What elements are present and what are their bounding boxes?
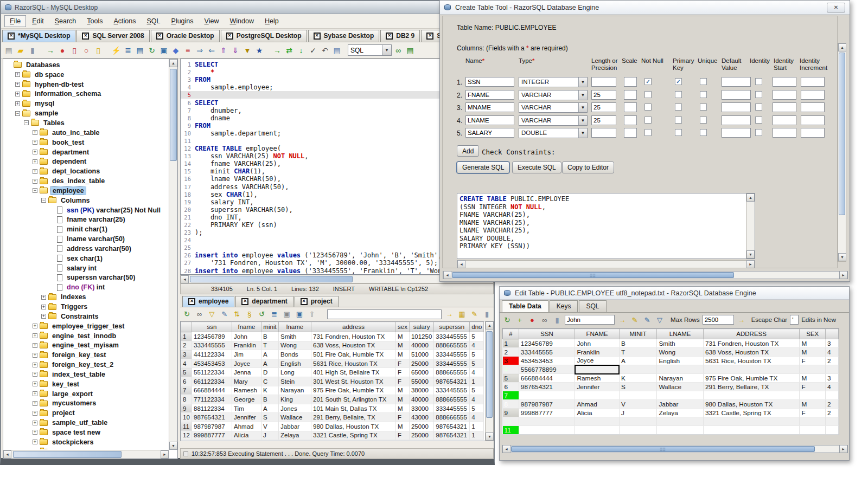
edit-header-extra[interactable] [826,329,839,339]
edit-cell[interactable] [619,365,657,374]
edit-insert-row-icon[interactable]: ✎ [630,315,640,325]
results-sort-icon[interactable]: ⇅ [232,309,241,319]
results-header-minit[interactable]: minit [261,322,279,332]
results-cell[interactable]: Jones [279,404,311,413]
results-search-go-icon[interactable]: → [445,309,454,319]
scroll-right-icon[interactable]: ► [161,450,169,458]
edit-cell[interactable] [575,391,620,400]
results-refresh-results-icon[interactable]: ↻ [182,309,192,319]
selected-cell[interactable] [575,365,620,374]
expand-icon[interactable]: + [33,421,37,425]
tree-horizontal-scrollbar[interactable]: ◄ ► [3,450,169,458]
results-row-1[interactable]: 1123456789JohnBSmith731 Fondren, Houston… [181,332,484,341]
results-row-9[interactable]: 9881122334TimAJones101 Main St, Dallas T… [181,404,484,413]
preview-icon[interactable]: ▤ [135,45,145,56]
edit-header-address[interactable]: ADDRESS [703,329,799,339]
results-cell[interactable]: Joyce [232,359,261,368]
chevron-down-icon[interactable]: ▼ [578,128,587,138]
tree-item-salary-int[interactable]: salary int [4,263,168,273]
edit-cell[interactable]: 731 Fondren, Houston TX [703,339,799,348]
edit-view-row-icon[interactable]: ∞ [540,315,550,325]
edit-row-4[interactable]: 45566778899 [503,365,839,374]
identity-checkbox[interactable] [755,91,762,98]
connection-tab-postgresql-desktop[interactable]: ✕PostgreSQL Desktop [221,30,307,42]
edit-save-edits-icon[interactable]: ▮ [552,315,562,325]
copy-table-icon[interactable]: ▣ [158,45,169,56]
results-tab-employee[interactable]: ✕employee [182,296,234,307]
default-value-input[interactable] [722,102,751,112]
identity-increment-input[interactable] [801,128,825,138]
expand-icon[interactable]: + [15,82,20,87]
results-edit-results-icon[interactable]: ✎ [220,309,229,319]
identity-checkbox[interactable] [755,117,762,124]
scroll-left-icon[interactable]: ◄ [457,260,465,268]
tree-hscroll-thumb[interactable] [13,451,122,458]
generate-sql-button[interactable]: Generate SQL [457,162,509,173]
edit-cell[interactable] [657,426,703,435]
results-copy-cell-icon[interactable]: ▣ [295,309,304,319]
tree-item-ssn-pk[interactable]: ssn (PK) varchar(25) Not Null [4,205,168,215]
column-name-input[interactable] [465,128,514,138]
scroll-left-icon[interactable]: ◄ [502,445,510,453]
edit-cell[interactable] [657,417,703,426]
scale-input[interactable] [624,77,637,87]
edit-cell[interactable]: Wong [657,348,703,357]
tree-item-sample-utf-table[interactable]: +sample_utf_table [4,418,168,428]
sql-mode-combo[interactable]: ▼ [348,44,392,56]
edit-add-row-icon[interactable]: + [515,315,525,325]
results-row-12[interactable]: 12999887777AliciaJZelaya3321 Castle, Spr… [181,431,484,440]
expand-icon[interactable]: + [33,169,37,174]
results-cell[interactable]: 888665555 [434,341,470,350]
results-cell[interactable]: 987654321 [192,413,232,422]
close-tab-icon[interactable]: ✕ [8,33,15,40]
results-cell[interactable]: Jenna [232,368,261,377]
results-row-5[interactable]: 5551122334JennaDLong401 High St, Bellair… [181,368,484,377]
connection-tab-oracle-desktop[interactable]: ✕Oracle Desktop [151,30,220,42]
edit-cell[interactable]: 999887777 [519,409,575,417]
database-icon[interactable]: ▯ [93,45,104,56]
edit-cell[interactable]: 987654321 [519,383,575,391]
scroll-down-icon[interactable]: ▼ [838,253,846,261]
results-header-address[interactable]: address [311,322,396,332]
execute-fetch-icon[interactable]: ⇄ [284,45,295,56]
collapse-icon[interactable]: − [24,120,29,125]
scroll-up-icon[interactable]: ▲ [838,43,846,51]
edit-refresh-table-icon[interactable]: ↻ [502,315,512,325]
identity-checkbox[interactable] [755,104,762,111]
edit-tab-keys[interactable]: Keys [550,300,578,312]
not-null-checkbox[interactable] [644,129,652,136]
expand-icon[interactable]: + [33,363,37,367]
edit-horizontal-scrollbar[interactable]: ◄ ▒▒ ► [502,445,848,453]
sql-mode-input[interactable] [348,45,382,55]
edit-cell[interactable]: 3 [826,374,839,383]
results-header-rownum[interactable] [181,322,192,332]
edit-max-rows-go-icon[interactable]: → [737,315,746,325]
bookmark-icon[interactable]: ★ [254,45,265,56]
default-value-input[interactable] [722,115,751,125]
collapse-icon[interactable]: − [41,198,46,203]
chevron-down-icon[interactable]: ▼ [578,103,587,112]
results-cell[interactable]: 101 Main St, Dallas TX [311,404,396,413]
results-cell[interactable]: Wong [279,341,311,350]
dialog-hscroll-thumb[interactable]: ▒▒ [452,272,734,278]
results-cell[interactable]: 987654321 [434,431,470,440]
edit-cell[interactable]: Wallace [657,383,703,391]
primary-key-checkbox[interactable]: ✓ [675,78,682,85]
tree-item-dependent[interactable]: +dependent [4,157,168,166]
edit-cell[interactable]: 666884444 [519,374,575,383]
tree-item-tables[interactable]: −Tables [4,118,168,128]
expand-icon[interactable]: + [33,140,37,145]
results-cell[interactable]: English [279,359,311,368]
not-null-checkbox[interactable] [644,91,652,98]
refresh-schema-icon[interactable]: ↻ [146,45,157,56]
connection-tab-db2-9[interactable]: ✕DB2 9 [380,30,420,42]
edit-cell[interactable]: 291 Berry, Bellaire, TX [703,383,799,391]
edit-cell[interactable]: 123456789 [519,339,575,348]
results-reload-icon[interactable]: ↺ [257,309,266,319]
edit-cell[interactable] [657,391,703,400]
edit-tab-table-data[interactable]: Table Data [502,300,548,312]
results-cell[interactable]: 333445555 [192,341,232,350]
edit-tab-sql[interactable]: SQL [579,300,606,312]
results-window-icon[interactable]: ▣ [282,309,291,319]
results-header-superssn[interactable]: superssn [434,322,470,332]
